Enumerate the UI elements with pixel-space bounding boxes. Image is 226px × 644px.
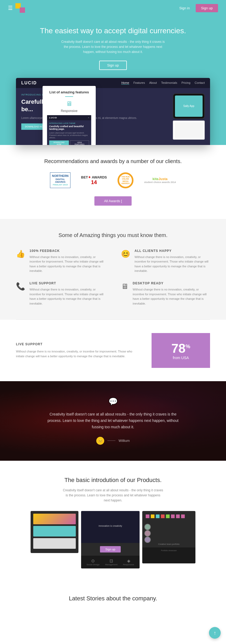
header-actions: Sign in Sign up (176, 4, 218, 12)
phone-device: Sally App (173, 93, 205, 119)
hero-section: The easiest way to accept digital curren… (0, 16, 226, 75)
award-oma: THE RUNONLINEMEDIAAWARDS (118, 172, 133, 188)
demo-browser: LUCID Home Features About Testimonials P… (16, 78, 210, 145)
all-awards-button[interactable]: All Awards [ (94, 196, 132, 206)
nav-testimonials[interactable]: Testimonials (161, 81, 177, 85)
stories-section: Latest Stories about the company. (0, 584, 226, 613)
popup-feature-title: Responsive (47, 109, 91, 113)
face-1 (144, 524, 151, 530)
products-section: The basic introdution of our Products. C… (0, 461, 226, 585)
signup-button[interactable]: Sign up (196, 4, 218, 12)
hero-subtitle: Creativity itself doesn't care at all ab… (60, 39, 166, 55)
nav-home[interactable]: Home (121, 81, 129, 85)
products-subtitle: Creativity itself doesn't care at all ab… (62, 488, 164, 503)
tablet-device (173, 121, 205, 140)
nav-contact[interactable]: Contact (195, 81, 205, 85)
demo-section: LUCID Home Features About Testimonials P… (0, 75, 226, 145)
awards-heading: Recommendations and awards by a number o… (8, 158, 218, 164)
demo-nav-links: Home Features About Testimonials Pricing… (121, 81, 205, 85)
header-logo: ☰ (8, 3, 25, 13)
product-card-right: Creative team portfolio Portfolio showca… (142, 511, 195, 563)
hamburger-icon[interactable]: ☰ (8, 5, 13, 11)
phone-mockup: Sally App (173, 93, 205, 140)
stats-label: from USA (162, 356, 199, 360)
brand-pattern (145, 514, 192, 518)
feature-desktop-title: DESKTOP READY (133, 281, 210, 285)
product-center-label: Innovation is creativity (99, 524, 122, 528)
phone-screen: Sally App (175, 95, 203, 117)
product-right-footer: Portfolio showcase (142, 547, 195, 563)
features-section: Some of Amazing things you must know the… (0, 219, 226, 319)
feature-desktop: 🖥 DESKTOP READY Without change there is … (121, 281, 210, 306)
popup-overlay: List of amazing features 🖥 Responsive LU… (43, 86, 96, 145)
product-signup-button[interactable]: Sign up (100, 546, 120, 552)
pib-menu-item: ≡ (88, 117, 89, 119)
logo-icon (15, 3, 25, 13)
pib-heading: Carefully crafted and beautiful landing … (49, 125, 89, 131)
popup-divider (65, 96, 73, 97)
product-right-faces: Creative team portfolio (142, 522, 195, 547)
testimonial-section: 💬 Creativity itself doesn't care at all … (0, 381, 226, 460)
desktop-icon: 🖥 (121, 282, 128, 291)
stats-title: LIVE SUPPORT (16, 342, 141, 346)
features-grid: 👍 100% FEEDBACK Without change there is … (16, 249, 210, 306)
feature-support-title: LIVE SUPPORT (30, 281, 105, 285)
feature-desktop-body: Without change there is no innovation, c… (133, 287, 210, 306)
pib-download-button[interactable]: DOWNLOAD NOW (49, 140, 69, 145)
popup-inner-browser: LUCID ≡ INTRODUCING LUCID THEME Carefull… (47, 115, 91, 145)
product-card-left (31, 511, 78, 553)
features-heading: Some of Amazing things you must know the… (16, 232, 210, 238)
chat-icon: 💬 (8, 397, 218, 406)
award-bet: BET✦ AWARDS 14 (81, 175, 107, 185)
nav-about[interactable]: About (149, 81, 157, 85)
pib-buttons: DOWNLOAD NOW VIEW FEATURES (49, 140, 89, 145)
stories-heading: Latest Stories about the company. (8, 595, 218, 602)
feature-support-body: Without change there is no innovation, c… (30, 287, 105, 306)
pib-tag: INTRODUCING LUCID THEME (49, 122, 89, 124)
award-ndma: NORTHERN DIGITAL AWARDS FINALIST 2015 (50, 172, 70, 188)
hero-signup-button[interactable]: Sign up (99, 61, 127, 70)
face-3 (144, 537, 151, 543)
product-card-center: Innovation is creativity Sign up ⊙ Socia… (81, 511, 140, 568)
smiley-icon: 😊 (121, 250, 130, 258)
product-mini-colorful (33, 514, 76, 524)
pib-viewfeatures-button[interactable]: VIEW FEATURES (70, 140, 89, 145)
pib-content: INTRODUCING LUCID THEME Carefully crafte… (47, 120, 91, 145)
face-2 (144, 530, 151, 537)
pib-logo: LUCID (49, 117, 57, 119)
product-mini-gray (33, 538, 76, 549)
awards-logos: NORTHERN DIGITAL AWARDS FINALIST 2015 BE… (8, 172, 218, 188)
stats-percent: 78% (162, 341, 199, 356)
feature-support: 📞 LIVE SUPPORT Without change there is n… (16, 281, 105, 306)
feature-feedback-body: Without change there is no innovation, c… (30, 255, 105, 273)
feature-feedback-title: 100% FEEDBACK (30, 249, 105, 253)
hero-title: The easiest way to accept digital curren… (8, 27, 218, 35)
testimonial-text: Creativity itself doesn't care at all ab… (47, 411, 179, 430)
feature-clients: 😊 ALL CLIENTS HAPPY Without change there… (121, 249, 210, 273)
awards-section: Recommendations and awards by a number o… (0, 145, 226, 219)
testimonial-name: Willium (119, 439, 130, 443)
phone-icon: 📞 (16, 282, 25, 291)
products-heading: The basic introdution of our Products. (8, 477, 218, 484)
products-showcase: Innovation is creativity Sign up ⊙ Socia… (8, 511, 218, 568)
demo-content: INTRODUCING LUCID THEME Carefully crafte… (16, 88, 210, 145)
testimonial-divider (107, 441, 115, 441)
pib-text: Lorem ullamcorper at turpis eget hendrer… (49, 132, 89, 139)
testimonial-author: 😊 Willium (8, 437, 218, 445)
pib-menu: ≡ (88, 117, 89, 119)
popup-title: List of amazing features (47, 90, 91, 94)
feature-clients-body: Without change there is no innovation, c… (135, 255, 210, 273)
demo-logo: LUCID (21, 81, 37, 85)
stats-body: Without change there is no innovation, c… (16, 349, 141, 359)
tablet-screen (174, 122, 203, 138)
stats-left: LIVE SUPPORT Without change there is no … (16, 342, 141, 359)
feature-clients-title: ALL CLIENTS HAPPY (135, 249, 210, 253)
testimonial-avatar: 😊 (96, 437, 104, 445)
product-mini-blue (33, 526, 76, 537)
header: ☰ Sign in Sign up (0, 0, 226, 16)
stats-section: LIVE SUPPORT Without change there is no … (0, 319, 226, 381)
stats-widget: 78% from USA (152, 333, 210, 368)
signin-button[interactable]: Sign in (176, 5, 193, 12)
nav-pricing[interactable]: Pricing (181, 81, 190, 85)
nav-features[interactable]: Features (133, 81, 145, 85)
